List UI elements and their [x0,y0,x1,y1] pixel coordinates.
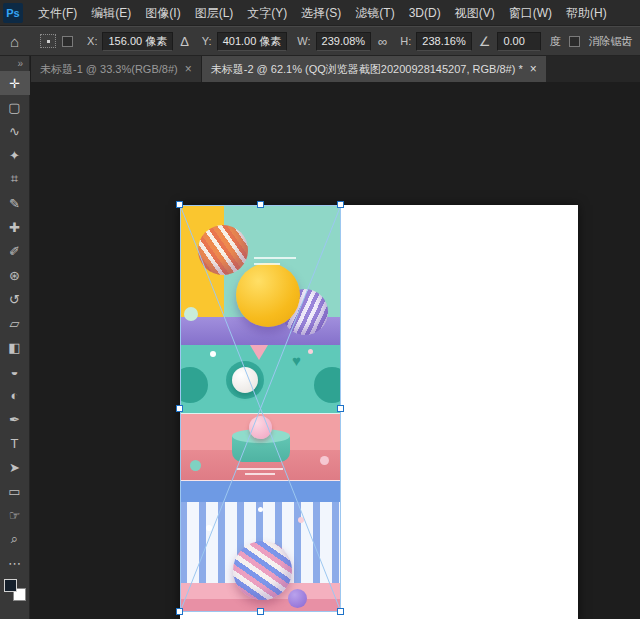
relative-position-toggle[interactable]: Δ [180,34,189,49]
angle-input[interactable]: 0.00 [497,32,541,51]
hand-tool[interactable]: ☞ [0,503,30,527]
crop-tool[interactable]: ⌗ [0,167,30,191]
menu-select[interactable]: 选择(S) [294,0,348,26]
shape-tool[interactable]: ▭ [0,479,30,503]
dodge-tool[interactable]: ◐ [0,383,30,407]
transform-cross-lines [180,205,341,612]
x-input[interactable]: 156.00 像素 [102,32,173,51]
menu-layer[interactable]: 图层(L) [188,0,241,26]
antialias-checkbox[interactable] [569,36,580,47]
brush-tool[interactable]: ✐ [0,239,30,263]
menu-bar: Ps 文件(F) 编辑(E) 图像(I) 图层(L) 文字(Y) 选择(S) 滤… [0,0,640,26]
menu-image[interactable]: 图像(I) [138,0,187,26]
pen-tool[interactable]: ✒ [0,407,30,431]
antialias-label[interactable]: 消除锯齿 [588,34,632,49]
menu-3d[interactable]: 3D(D) [402,0,448,26]
menu-filter[interactable]: 滤镜(T) [348,0,401,26]
more-tools-icon[interactable]: ⋯ [0,551,30,575]
y-input[interactable]: 401.00 像素 [217,32,288,51]
clone-stamp-tool[interactable]: ⊛ [0,263,30,287]
history-brush-tool[interactable]: ↺ [0,287,30,311]
tab-untitled-2[interactable]: 未标题-2 @ 62.1% (QQ浏览器截图20200928145207, RG… [202,56,546,82]
y-label[interactable]: Y: [202,35,212,47]
quick-selection-tool[interactable]: ✦ [0,143,30,167]
type-tool[interactable]: T [0,431,30,455]
move-tool[interactable]: ✛ [0,71,30,95]
zoom-tool[interactable]: ⌕ [0,527,30,551]
menu-type[interactable]: 文字(Y) [240,0,294,26]
transform-handle-bottom-right[interactable] [337,608,344,615]
photoshop-logo-icon: Ps [3,3,23,23]
height-input[interactable]: 238.16% [416,32,471,51]
menu-edit[interactable]: 编辑(E) [84,0,138,26]
height-label[interactable]: H: [400,35,411,47]
menu-file[interactable]: 文件(F) [31,0,84,26]
marquee-tool[interactable]: ▢ [0,95,30,119]
tab-label: 未标题-2 @ 62.1% (QQ浏览器截图20200928145207, RG… [211,62,523,77]
reference-point-icon[interactable] [40,34,56,48]
tools-panel: » ✛ ▢ ∿ ✦ ⌗ ✎ ✚ ✐ ⊛ ↺ ▱ ◧ ◒ ◐ ✒ T ➤ ▭ ☞ … [0,56,30,619]
document-tab-bar: 未标题-1 @ 33.3%(RGB/8#) × 未标题-2 @ 62.1% (Q… [31,56,640,82]
transform-handle-middle-left[interactable] [176,405,183,412]
path-selection-tool[interactable]: ➤ [0,455,30,479]
canvas-area[interactable]: ♥ [31,82,640,619]
transform-handle-top-left[interactable] [176,201,183,208]
color-swatches [4,579,26,601]
healing-brush-tool[interactable]: ✚ [0,215,30,239]
transform-handle-top-center[interactable] [257,201,264,208]
angle-unit-label: 度 [549,34,560,49]
tab-label: 未标题-1 @ 33.3%(RGB/8#) [40,62,178,77]
transform-handle-top-right[interactable] [337,201,344,208]
close-icon[interactable]: × [185,62,192,76]
x-label[interactable]: X: [87,35,97,47]
angle-icon: ∠ [479,34,491,49]
foreground-color-swatch[interactable] [4,579,17,592]
transform-handle-bottom-left[interactable] [176,608,183,615]
width-label[interactable]: W: [297,35,310,47]
reference-point-checkbox[interactable] [62,36,73,47]
eyedropper-tool[interactable]: ✎ [0,191,30,215]
menu-window[interactable]: 窗口(W) [502,0,559,26]
close-icon[interactable]: × [530,62,537,76]
transform-object[interactable]: ♥ [180,205,341,612]
width-input[interactable]: 239.08% [316,32,371,51]
options-bar: ⌂ X: 156.00 像素 Δ Y: 401.00 像素 W: 239.08%… [0,26,640,56]
menu-help[interactable]: 帮助(H) [559,0,614,26]
transform-handle-bottom-center[interactable] [257,608,264,615]
blur-tool[interactable]: ◒ [0,359,30,383]
toolbar-collapse-icon[interactable]: » [17,56,29,71]
gradient-tool[interactable]: ◧ [0,335,30,359]
transform-handle-middle-right[interactable] [337,405,344,412]
tab-untitled-1[interactable]: 未标题-1 @ 33.3%(RGB/8#) × [31,56,202,82]
home-icon[interactable]: ⌂ [10,33,19,50]
menu-view[interactable]: 视图(V) [448,0,502,26]
lasso-tool[interactable]: ∿ [0,119,30,143]
link-icon[interactable]: ∞ [378,34,387,49]
eraser-tool[interactable]: ▱ [0,311,30,335]
